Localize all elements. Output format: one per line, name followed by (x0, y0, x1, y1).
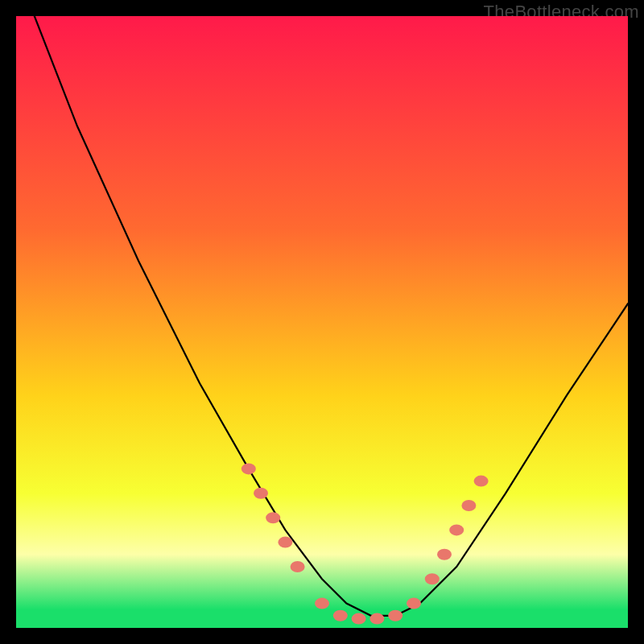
gradient-background (16, 16, 628, 628)
highlight-dot (291, 561, 305, 572)
highlight-dot (461, 500, 476, 511)
highlight-dot (333, 610, 348, 621)
highlight-dot (315, 598, 329, 609)
highlight-dot (425, 573, 440, 584)
highlight-dot (388, 610, 402, 621)
highlight-dot (437, 549, 452, 560)
plot-area (16, 16, 628, 628)
highlight-dot (278, 537, 292, 548)
highlight-dot (474, 476, 489, 487)
chart-svg (16, 16, 628, 628)
highlight-dot (407, 598, 421, 609)
chart-frame: TheBottleneck.com (0, 0, 644, 644)
highlight-dot (242, 463, 256, 474)
highlight-dot (266, 512, 280, 523)
highlight-dot (254, 488, 268, 499)
highlight-dot (369, 613, 384, 625)
highlight-dot (352, 613, 366, 625)
highlight-dot (449, 524, 464, 535)
